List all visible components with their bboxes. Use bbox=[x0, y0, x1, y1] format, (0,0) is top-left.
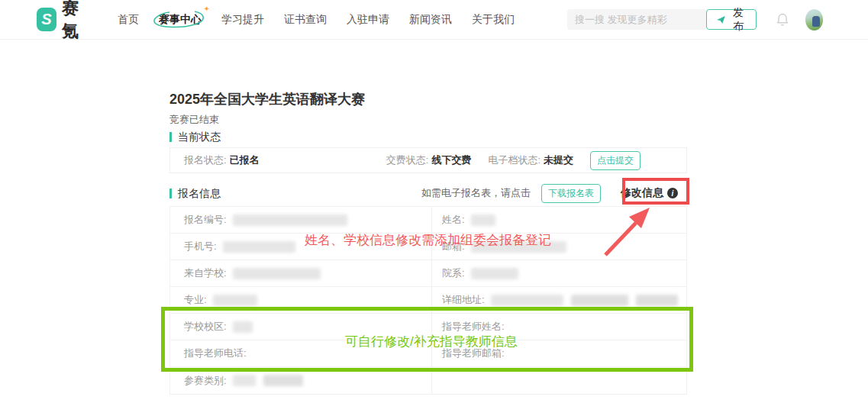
page-title: 2025年全国大学生英语翻译大赛 bbox=[169, 92, 687, 107]
modify-info-button[interactable]: 修改信息 i bbox=[621, 186, 678, 200]
redacted-value bbox=[571, 295, 628, 306]
logo-icon: S bbox=[37, 8, 56, 31]
download-hint: 如需电子报名表，请点击 bbox=[421, 186, 531, 200]
table-row: 专业:详细地址: bbox=[170, 287, 686, 314]
field-label: 邮箱: bbox=[442, 240, 465, 253]
status-value: 已报名 bbox=[230, 154, 260, 166]
competition-finished-note: 竞赛已结束 bbox=[169, 114, 687, 125]
table-cell: 详细地址: bbox=[432, 287, 686, 313]
table-cell: 参赛类别: bbox=[170, 367, 432, 394]
publish-label: 发布 bbox=[730, 6, 747, 34]
search-box[interactable] bbox=[567, 9, 706, 30]
table-row: 来自学校:院系: bbox=[170, 260, 686, 287]
redacted-value bbox=[233, 321, 253, 333]
download-form-button[interactable]: 下载报名表 bbox=[541, 184, 601, 203]
status-value: 未提交 bbox=[544, 154, 573, 166]
table-row: 学校校区:指导老师姓名: bbox=[170, 314, 686, 340]
status-label: 交费状态: bbox=[386, 154, 429, 166]
nav-item-label: 赛事中心 bbox=[159, 13, 202, 25]
field-label: 指导老师邮箱: bbox=[442, 347, 505, 360]
paper-plane-icon bbox=[716, 14, 726, 26]
table-cell: 来自学校: bbox=[170, 260, 432, 286]
field-label: 学校校区: bbox=[184, 320, 227, 334]
table-row: 报名编号:姓名: bbox=[170, 207, 686, 234]
current-status-heading: 当前状态 bbox=[169, 131, 687, 142]
table-cell: 邮箱: bbox=[432, 234, 686, 260]
table-cell: 指导老师姓名: bbox=[432, 314, 686, 340]
table-cell: 指导老师电话: bbox=[170, 340, 432, 366]
redacted-value bbox=[233, 214, 347, 226]
table-cell: 报名编号: bbox=[170, 207, 432, 233]
redacted-value bbox=[491, 295, 563, 306]
table-cell: 指导老师邮箱: bbox=[432, 340, 686, 366]
navbar-right: 发布 bbox=[706, 9, 823, 31]
site-logo[interactable]: S 赛氪 bbox=[37, 0, 92, 43]
nav-item-label: 学习提升 bbox=[221, 13, 264, 25]
table-row: 指导老师电话:指导老师邮箱: bbox=[170, 340, 686, 367]
table-cell bbox=[432, 367, 686, 394]
publish-button[interactable]: 发布 bbox=[706, 9, 757, 30]
status-box: 报名状态:已报名 交费状态:线下交费 电子档状态:未提交 点击提交 bbox=[169, 147, 687, 173]
table-cell: 手机号: bbox=[170, 234, 432, 260]
table-cell: 专业: bbox=[170, 287, 432, 313]
payment-status: 交费状态:线下交费 bbox=[386, 153, 472, 167]
main-content: 2025年全国大学生英语翻译大赛 竞赛已结束 当前状态 报名状态:已报名 交费状… bbox=[169, 92, 687, 395]
submit-efile-button[interactable]: 点击提交 bbox=[590, 151, 641, 170]
redacted-value bbox=[471, 268, 518, 279]
registration-table: 报名编号:姓名:手机号:邮箱:来自学校:院系:专业:详细地址:学校校区:指导老师… bbox=[169, 206, 687, 395]
field-label: 来自学校: bbox=[184, 266, 227, 280]
field-label: 指导老师电话: bbox=[184, 347, 247, 360]
registration-actions: 如需电子报名表，请点击 下载报名表 修改信息 i bbox=[421, 184, 687, 203]
nav-item-label: 关于我们 bbox=[472, 13, 515, 25]
nav-item[interactable]: 首页 bbox=[108, 7, 149, 33]
redacted-value bbox=[263, 375, 303, 386]
redacted-value bbox=[223, 241, 295, 253]
logo-text: 赛氪 bbox=[62, 0, 92, 43]
nav-item-label: 入驻申请 bbox=[347, 13, 389, 25]
nav-item[interactable]: 新闻资讯 bbox=[399, 7, 462, 33]
info-icon: i bbox=[667, 188, 678, 198]
field-label: 姓名: bbox=[442, 213, 465, 227]
section-bar bbox=[169, 189, 172, 198]
nav-item[interactable]: ✦赛事中心 bbox=[149, 7, 211, 33]
table-row: 手机号:邮箱: bbox=[170, 234, 686, 260]
field-label: 报名编号: bbox=[184, 213, 227, 227]
table-row: 参赛类别: bbox=[170, 367, 686, 394]
status-label: 电子档状态: bbox=[488, 154, 540, 166]
status-value: 线下交费 bbox=[431, 154, 471, 166]
user-avatar[interactable] bbox=[805, 9, 823, 31]
spark-icon: ✦ bbox=[204, 5, 210, 13]
table-cell: 姓名: bbox=[432, 207, 686, 233]
nav-item[interactable]: 学习提升 bbox=[211, 7, 274, 33]
main-nav: 首页✦赛事中心学习提升证书查询入驻申请新闻资讯关于我们 bbox=[108, 7, 524, 33]
nav-item-label: 首页 bbox=[118, 13, 139, 25]
field-label: 详细地址: bbox=[442, 293, 485, 307]
field-label: 参赛类别: bbox=[184, 374, 227, 388]
field-label: 指导老师姓名: bbox=[442, 320, 505, 334]
status-right-group: 交费状态:线下交费 电子档状态:未提交 点击提交 bbox=[386, 151, 641, 170]
nav-item[interactable]: 入驻申请 bbox=[337, 7, 399, 33]
field-label: 手机号: bbox=[184, 240, 217, 253]
section-bar bbox=[169, 132, 172, 142]
registration-info-heading: 报名信息 bbox=[169, 188, 221, 198]
table-cell: 院系: bbox=[432, 260, 686, 286]
redacted-value bbox=[213, 295, 257, 306]
nav-item[interactable]: 证书查询 bbox=[274, 7, 337, 33]
status-label: 报名状态: bbox=[184, 154, 227, 166]
field-label: 专业: bbox=[184, 293, 207, 307]
efile-status: 电子档状态:未提交 bbox=[488, 153, 573, 167]
top-navbar: S 赛氪 首页✦赛事中心学习提升证书查询入驻申请新闻资讯关于我们 发布 bbox=[0, 0, 868, 40]
redacted-value bbox=[233, 375, 256, 386]
redacted-value bbox=[233, 268, 321, 279]
redacted-value bbox=[471, 241, 566, 253]
registration-info-heading-row: 报名信息 如需电子报名表，请点击 下载报名表 修改信息 i bbox=[169, 180, 687, 206]
notification-bell-icon[interactable] bbox=[775, 12, 790, 27]
field-label: 院系: bbox=[442, 266, 465, 280]
nav-item[interactable]: 关于我们 bbox=[462, 7, 524, 33]
redacted-value bbox=[471, 214, 495, 226]
search-input[interactable] bbox=[575, 14, 709, 25]
table-cell: 学校校区: bbox=[170, 314, 432, 340]
registration-status: 报名状态:已报名 bbox=[184, 153, 260, 167]
modify-info-label: 修改信息 bbox=[621, 186, 663, 200]
redacted-value bbox=[636, 295, 678, 306]
